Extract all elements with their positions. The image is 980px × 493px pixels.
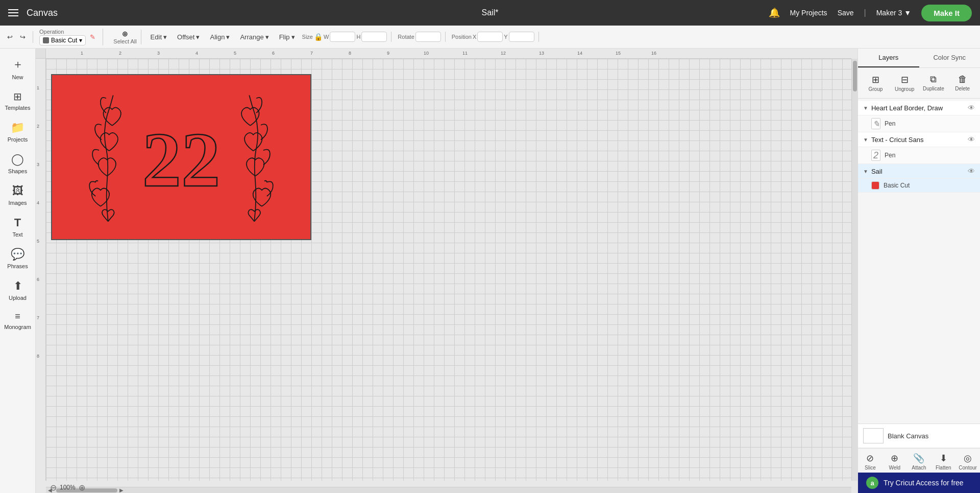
design-element[interactable]: 22 xyxy=(51,74,311,240)
slice-icon: ⊘ xyxy=(866,453,874,464)
y-label: Y xyxy=(504,34,507,40)
align-button[interactable]: Align ▾ xyxy=(207,31,233,43)
layer-item-pen1[interactable]: ✎ Pen xyxy=(858,115,980,132)
line-style-button[interactable]: ✎ xyxy=(87,31,99,43)
svg-text:22: 22 xyxy=(142,116,220,203)
ruler-h-tick-9: 9 xyxy=(387,51,389,56)
tab-color-sync[interactable]: Color Sync xyxy=(919,49,981,67)
zoom-in-button[interactable]: ⊕ xyxy=(79,483,85,492)
sidebar-item-monogram[interactable]: ≡ Monogram xyxy=(3,307,33,334)
sidebar-item-images[interactable]: 🖼 Images xyxy=(3,180,33,210)
layer-header-heart-leaf[interactable]: ▼ Heart Leaf Border, Draw 👁 xyxy=(858,101,980,115)
machine-selector[interactable]: Maker 3 ▼ xyxy=(876,9,911,17)
notifications-icon[interactable]: 🔔 xyxy=(769,7,780,18)
sidebar-item-text[interactable]: T Text xyxy=(3,212,33,242)
ruler-h-tick-7: 7 xyxy=(310,51,313,56)
width-input[interactable] xyxy=(330,32,355,42)
ruler-h-tick-1: 1 xyxy=(81,51,83,56)
layer-eye-text-cricut[interactable]: 👁 xyxy=(968,135,975,144)
layer-item-pen2[interactable]: 2 Pen xyxy=(858,147,980,164)
duplicate-button[interactable]: ⧉ Duplicate xyxy=(920,72,947,94)
make-it-button[interactable]: Make It xyxy=(921,5,972,21)
scrollbar-vertical[interactable] xyxy=(851,59,857,481)
y-input[interactable] xyxy=(509,32,534,42)
offset-label: Offset xyxy=(177,33,194,41)
ruler-h-tick-5: 5 xyxy=(234,51,236,56)
tab-layers[interactable]: Layers xyxy=(858,49,919,67)
group-button[interactable]: ⊞ Group xyxy=(862,72,889,94)
contour-tool[interactable]: ◎ Contour xyxy=(955,449,980,473)
sidebar-item-templates[interactable]: ⊞ Templates xyxy=(3,86,33,115)
save-link[interactable]: Save xyxy=(838,9,854,17)
projects-icon: 📁 xyxy=(11,121,24,134)
rotate-input[interactable] xyxy=(415,32,441,42)
ruler-v-tick-7: 7 xyxy=(37,315,39,320)
arrange-chevron-icon: ▾ xyxy=(265,33,269,41)
flip-button[interactable]: Flip ▾ xyxy=(276,31,298,43)
layer-name-sail: Sail xyxy=(871,168,965,175)
ruler-v-tick-6: 6 xyxy=(37,277,39,282)
sidebar-item-label-images: Images xyxy=(8,200,27,206)
sidebar-item-label-text: Text xyxy=(12,231,22,238)
offset-button[interactable]: Offset ▾ xyxy=(174,31,203,43)
shapes-icon: ◯ xyxy=(11,153,24,166)
operation-select[interactable]: Basic Cut ▾ xyxy=(39,35,86,45)
pen1-number-icon: ✎ xyxy=(871,118,880,129)
flatten-icon: ⬇ xyxy=(940,453,947,464)
ruler-h-tick-8: 8 xyxy=(349,51,351,56)
panel-bottom: Blank Canvas ⊘ Slice ⊕ Weld 📎 Attach ⬇ xyxy=(858,424,980,493)
arrange-button[interactable]: Arrange ▾ xyxy=(237,31,272,43)
main-layout: ＋ New ⊞ Templates 📁 Projects ◯ Shapes 🖼 … xyxy=(0,49,980,493)
ruler-h-tick-13: 13 xyxy=(539,51,544,56)
ruler-horizontal: 1 2 3 4 5 6 7 8 9 10 11 12 13 14 15 16 xyxy=(46,49,851,59)
ruler-corner xyxy=(36,49,46,59)
layer-item-basiccut[interactable]: Basic Cut xyxy=(858,179,980,193)
text-icon: T xyxy=(14,216,21,229)
blank-canvas-label: Blank Canvas xyxy=(888,432,928,440)
layer-eye-sail[interactable]: 👁 xyxy=(968,167,975,175)
layer-header-sail[interactable]: ▼ Sail 👁 xyxy=(858,164,980,179)
canvas-content: 22 xyxy=(46,59,851,481)
sidebar-item-new[interactable]: ＋ New xyxy=(3,53,33,84)
weld-tool[interactable]: ⊕ Weld xyxy=(883,449,907,473)
my-projects-link[interactable]: My Projects xyxy=(790,9,827,17)
canvas-grid[interactable]: 22 xyxy=(46,59,851,481)
redo-button[interactable]: ↪ xyxy=(17,31,29,43)
sidebar-item-label-templates: Templates xyxy=(5,105,30,111)
lock-icon[interactable]: 🔒 xyxy=(314,33,323,41)
select-all-group[interactable]: ⊕ Select All xyxy=(109,30,141,44)
ungroup-button[interactable]: ⊟ Ungroup xyxy=(891,72,918,94)
new-icon: ＋ xyxy=(12,57,23,72)
ruler-v-tick-3: 3 xyxy=(37,162,39,167)
ruler-v-tick-5: 5 xyxy=(37,239,39,244)
access-banner[interactable]: a Try Cricut Access for free xyxy=(858,473,980,493)
sidebar-item-phrases[interactable]: 💬 Phrases xyxy=(3,244,33,273)
x-input[interactable] xyxy=(477,32,503,42)
scroll-right-icon[interactable]: ▶ xyxy=(117,487,126,493)
align-label: Align xyxy=(210,33,225,41)
slice-tool[interactable]: ⊘ Slice xyxy=(858,449,883,473)
ruler-v-tick-4: 4 xyxy=(37,200,39,205)
sidebar-item-projects[interactable]: 📁 Projects xyxy=(3,117,33,147)
edit-button[interactable]: Edit ▾ xyxy=(148,31,170,43)
ruler-h-tick-12: 12 xyxy=(501,51,506,56)
delete-button[interactable]: 🗑 Delete xyxy=(949,72,976,94)
layer-eye-heart-leaf[interactable]: 👁 xyxy=(968,104,975,112)
ruler-vertical: 1 2 3 4 5 6 7 8 xyxy=(36,59,46,481)
panel-actions: ⊞ Group ⊟ Ungroup ⧉ Duplicate 🗑 Delete xyxy=(858,68,980,99)
scrollbar-horizontal[interactable]: ◀ ▶ xyxy=(46,487,851,493)
scrollbar-thumb-v[interactable] xyxy=(853,61,857,91)
undo-button[interactable]: ↩ xyxy=(4,31,16,43)
weld-label: Weld xyxy=(889,465,900,471)
nav-right-group: 🔔 My Projects Save | Maker 3 ▼ Make It xyxy=(769,5,972,21)
layer-header-text-cricut[interactable]: ▼ Text - Cricut Sans 👁 xyxy=(858,132,980,147)
layer-group-heart-leaf: ▼ Heart Leaf Border, Draw 👁 ✎ Pen xyxy=(858,101,980,132)
zoom-out-button[interactable]: ⊖ xyxy=(50,483,57,492)
sidebar-item-upload[interactable]: ⬆ Upload xyxy=(3,275,33,305)
height-input[interactable] xyxy=(361,32,387,42)
flatten-tool[interactable]: ⬇ Flatten xyxy=(931,449,955,473)
hamburger-menu[interactable] xyxy=(8,9,18,16)
phrases-icon: 💬 xyxy=(11,248,24,261)
sidebar-item-shapes[interactable]: ◯ Shapes xyxy=(3,149,33,178)
attach-tool[interactable]: 📎 Attach xyxy=(907,449,932,473)
